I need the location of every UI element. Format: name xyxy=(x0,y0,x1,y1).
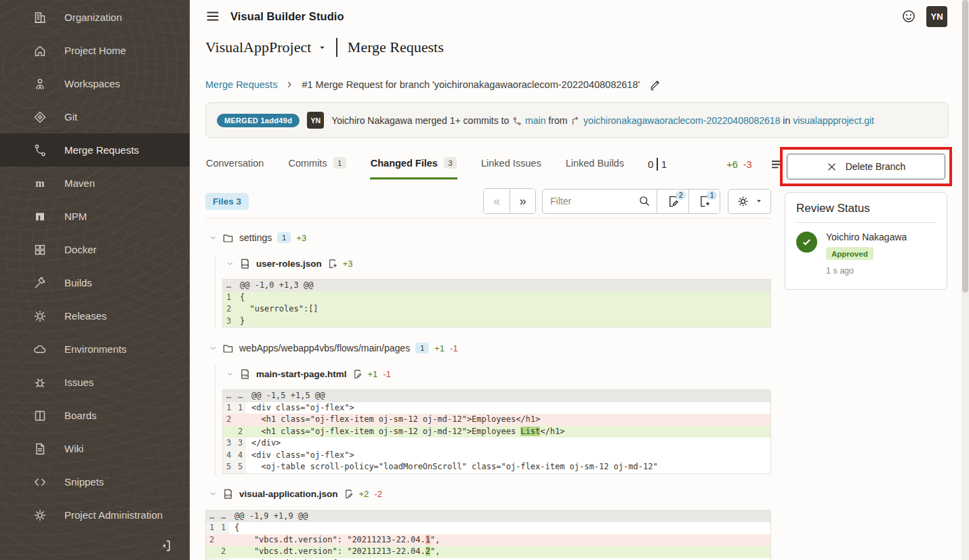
project-caret-icon[interactable] xyxy=(318,44,326,51)
folder-row-settings[interactable]: settings1+3 xyxy=(205,229,771,246)
sidebar-item-workspaces[interactable]: Workspaces xyxy=(0,67,190,100)
sidebar-item-npm[interactable]: NPM xyxy=(0,200,190,233)
diff-new-line-number: 3 xyxy=(218,558,229,560)
docker-icon xyxy=(33,242,47,257)
diff-line-removed: 2 <h1 class="oj-flex-item oj-sm-12 oj-md… xyxy=(223,414,770,426)
file-name: user-roles.json xyxy=(256,259,322,269)
files-count-pill: Files 3 xyxy=(205,193,249,210)
tab-linked-builds[interactable]: Linked Builds xyxy=(565,150,625,179)
file-added-icon xyxy=(327,259,337,269)
folder-name: webApps/webapp4vbs/flows/main/pages xyxy=(239,343,410,353)
sidebar-item-merge-requests[interactable]: Merge Requests xyxy=(0,133,190,167)
diff-new-line-number: 2 xyxy=(234,426,246,438)
sidebar-item-label: Docker xyxy=(64,244,97,255)
review-status-title: Review Status xyxy=(796,202,936,215)
added-files-filter-button[interactable]: 1 xyxy=(688,190,720,213)
tab-linked-issues[interactable]: Linked Issues xyxy=(480,150,542,179)
diff-hunk-range: @@ -1,5 +1,5 @@ xyxy=(246,390,770,402)
repo-link[interactable]: visualappproject.git xyxy=(793,115,874,126)
sidebar-item-snippets[interactable]: Snippets xyxy=(0,465,190,498)
tab-label: Linked Issues xyxy=(481,158,541,169)
file-nav-group: « » xyxy=(483,188,536,214)
diff-gutter-ellipsis: … xyxy=(206,511,218,523)
target-branch-link[interactable]: main xyxy=(525,115,545,126)
diff-new-line-number: 2 xyxy=(223,303,234,316)
inline-change-highlight: 1 xyxy=(426,535,430,544)
diff-settings-button[interactable] xyxy=(728,189,771,214)
menu-icon[interactable] xyxy=(205,9,220,24)
sidebar-item-organization[interactable]: Organization xyxy=(0,1,190,34)
diff-old-line-number: 3 xyxy=(223,437,234,450)
diff-gutter-ellipsis: … xyxy=(218,511,229,523)
feedback-smiley-icon[interactable] xyxy=(901,9,916,24)
sidebar-item-label: Merge Requests xyxy=(64,144,139,156)
added-files-count: 1 xyxy=(707,191,717,200)
diff-new-line-number: 4 xyxy=(234,450,246,462)
diff-wrap: ……@@ -1,9 +1,9 @@11{2 "vbcs.dt.version":… xyxy=(205,510,771,560)
sidebar-item-builds[interactable]: Builds xyxy=(0,266,190,299)
breadcrumb-link-merge-requests[interactable]: Merge Requests xyxy=(205,79,277,90)
tree-section: webApps/webapp4vbs/flows/main/pages1+1-1… xyxy=(205,339,771,475)
diff-old-line-number: 3 xyxy=(206,558,218,560)
diff-line-added: 1{ xyxy=(223,292,770,304)
merge-icon xyxy=(33,143,47,158)
previous-file-button[interactable]: « xyxy=(484,189,510,213)
delete-branch-button[interactable]: Delete Branch xyxy=(787,154,945,179)
filter-input[interactable] xyxy=(549,195,638,207)
comment-counter-divider xyxy=(657,158,658,171)
sidebar-item-maven[interactable]: mMaven xyxy=(0,167,190,200)
tab-count-badge: 1 xyxy=(333,157,346,169)
reviewer-name: Yoichiro Nakagawa xyxy=(826,232,907,242)
sidebar-item-git[interactable]: Git xyxy=(0,100,190,133)
sidebar-item-label: Wiki xyxy=(64,443,83,454)
close-x-icon xyxy=(827,162,837,172)
sidebar-item-docker[interactable]: Docker xyxy=(0,233,190,266)
sidebar-item-releases[interactable]: Releases xyxy=(0,299,190,332)
sidebar-collapse-button[interactable] xyxy=(157,537,178,555)
sidebar-item-boards[interactable]: Boards xyxy=(0,399,190,432)
folder-row-webApps-webapp4vbs-flows-main-pages[interactable]: webApps/webapp4vbs/flows/main/pages1+1-1 xyxy=(205,339,771,357)
file-row-main-start-page.html[interactable]: HTMLmain-start-page.html+1-1 xyxy=(222,365,771,383)
file-block: JSONuser-roles.json+3…@@ -1,0 +1,3 @@1{2… xyxy=(222,255,771,328)
file-row-user-roles.json[interactable]: JSONuser-roles.json+3 xyxy=(222,255,771,272)
tree-section: JSONvisual-application.json+2-2……@@ -1,9… xyxy=(205,486,771,560)
diff-hunk-range: @@ -1,9 +1,9 @@ xyxy=(229,511,770,523)
wiki-icon xyxy=(33,441,47,456)
file-row-visual-application.json[interactable]: JSONvisual-application.json+2-2 xyxy=(205,486,771,503)
edit-title-pencil-icon[interactable] xyxy=(649,79,661,91)
modified-files-filter-button[interactable]: 2 xyxy=(657,190,688,213)
file-name: main-start-page.html xyxy=(256,369,347,379)
diff-line-code: <div class="oj-flex"> xyxy=(246,450,770,462)
main-column: ConversationCommits1Changed Files3Linked… xyxy=(205,149,771,560)
tab-conversation[interactable]: Conversation xyxy=(205,150,264,179)
next-file-button[interactable]: » xyxy=(510,189,535,213)
sidebar-item-wiki[interactable]: Wiki xyxy=(0,432,190,465)
gear-icon xyxy=(33,508,47,523)
user-avatar[interactable]: YN xyxy=(926,6,947,27)
source-branch-link[interactable]: yoichironakagawaoraclecom-20220408082618 xyxy=(583,115,780,126)
page-scrollbar-track[interactable] xyxy=(962,0,969,560)
sidebar-item-issues[interactable]: Issues xyxy=(0,366,190,399)
diff-new-line-number: 1 xyxy=(218,522,229,534)
chevron-down-icon xyxy=(226,260,234,267)
tab-label: Changed Files xyxy=(371,158,438,169)
diff-gutter-ellipsis: … xyxy=(223,280,234,292)
project-switcher[interactable]: VisualAppProject xyxy=(205,39,311,56)
tab-count-badge: 3 xyxy=(444,157,457,169)
sidebar-item-project-administration[interactable]: Project Administration xyxy=(0,498,190,532)
diff-new-line-number xyxy=(234,414,246,426)
bug-icon xyxy=(33,375,47,390)
page-scrollbar-thumb[interactable] xyxy=(962,0,968,293)
sidebar-item-project-home[interactable]: Project Home xyxy=(0,34,190,67)
tab-commits[interactable]: Commits1 xyxy=(287,149,346,179)
tab-changed-files[interactable]: Changed Files3 xyxy=(370,149,457,179)
diff-block-main-start-page.html: ……@@ -1,5 +1,5 @@11<div class="oj-flex">… xyxy=(222,389,771,474)
toolbar-right: « » xyxy=(483,188,771,214)
banner-avatar[interactable]: YN xyxy=(307,112,324,129)
review-status-card: Review Status Yoichiro Nakagawa Approved… xyxy=(785,192,947,290)
merged-commit-badge[interactable]: MERGED 1add49d xyxy=(217,114,300,127)
diff-line-context: 33</div> xyxy=(223,437,770,450)
sidebar-item-label: Workspaces xyxy=(64,78,120,89)
sidebar-item-environments[interactable]: Environments xyxy=(0,332,190,366)
diff-gutter-ellipsis: … xyxy=(234,390,246,402)
